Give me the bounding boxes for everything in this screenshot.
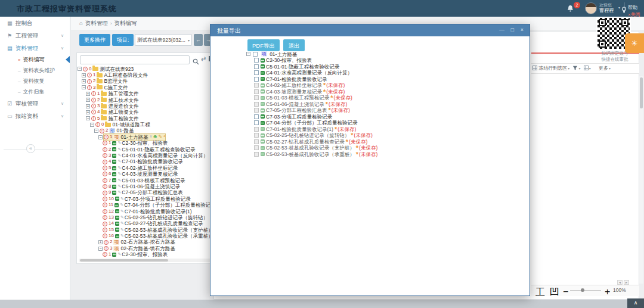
expand-toggle-icon[interactable]: + <box>82 79 86 83</box>
caret-icon[interactable]: ▾ <box>568 67 569 70</box>
collapse-toggle-icon[interactable]: − <box>246 52 250 56</box>
tree-search-input[interactable] <box>80 55 190 64</box>
collapse-toggle-icon[interactable]: − <box>82 85 86 89</box>
tree-node[interactable]: +!1施工管理文件 <box>78 91 211 97</box>
sidebar-subitem-资料表头维护[interactable]: ‒资料表头维护 <box>0 65 70 76</box>
flower-icon[interactable]: * <box>163 134 165 140</box>
item-checkbox[interactable] <box>254 120 259 125</box>
sidebar-item-报站资料[interactable]: ▭报站资料∨ <box>0 110 70 122</box>
tree-node[interactable]: +!3进度造价文件 <box>78 102 211 108</box>
project-select[interactable]: ▾测试在线表923(032... <box>135 34 192 46</box>
sidebar-subitem-文件归集[interactable]: ‒文件归集 <box>0 86 70 97</box>
refresh-icon[interactable]: ⇄ <box>201 55 206 62</box>
settings-gear-button[interactable]: ✳ <box>625 33 644 53</box>
tree-node[interactable]: !7✎C5-01-03-模板工程预检记录 <box>78 177 211 183</box>
export-tree-item[interactable]: C4-03-坡度测量复核记录*(未保存) <box>246 88 521 95</box>
scroll-to-top-button[interactable]: ∧ <box>627 298 644 308</box>
more-actions-button[interactable]: 更多操作 <box>79 34 110 46</box>
minimize-icon[interactable]: — <box>499 27 504 33</box>
item-checkbox[interactable] <box>254 152 259 157</box>
root-checkbox[interactable] <box>253 52 258 57</box>
page-layout-icon[interactable]: 工 <box>535 287 545 299</box>
add-icon[interactable]: ⊕ <box>153 134 157 140</box>
caret-icon[interactable]: ▾ <box>589 67 591 70</box>
tree-node[interactable]: −!1项01-土方路基↑⊕✎* <box>78 133 211 139</box>
export-tree-item[interactable]: C5-02-25-钻孔桩钻进记录（旋转钻）*(未保存) <box>246 132 521 139</box>
item-checkbox[interactable] <box>254 114 259 119</box>
tree-node[interactable]: −!2部01-路基 <box>78 127 211 133</box>
caret-icon[interactable]: ▾ <box>578 67 580 70</box>
collapse-toggle-icon[interactable]: − <box>98 247 103 251</box>
edit-icon[interactable]: ✎ <box>158 134 162 140</box>
tree-node[interactable]: !11✎C7-04-分部（子分部）工程质量检验记录 <box>78 202 211 208</box>
export-tree-item[interactable]: C7-01-检验批质量验收记录(1)*(未保存) <box>246 126 521 132</box>
export-tree-item[interactable]: C2-30-报审、报验表 <box>246 57 521 64</box>
item-checkbox[interactable] <box>254 102 259 107</box>
sidebar-subitem-资料编写[interactable]: »资料编写 <box>0 54 70 65</box>
zoom-slider[interactable] <box>570 290 601 291</box>
help-link[interactable]: 帮助 <box>628 4 637 11</box>
collapse-toggle-icon[interactable]: − <box>86 116 90 120</box>
exit-button[interactable]: 退出 <box>283 39 305 51</box>
item-checkbox[interactable] <box>254 145 259 150</box>
item-checkbox[interactable] <box>254 139 259 144</box>
export-tree-item[interactable]: C5-01-03-模板工程预检记录*(未保存) <box>246 95 521 101</box>
sidebar-collapse-button[interactable]: « <box>26 144 35 153</box>
tree-node[interactable]: !12✎C7-01-检验批质量验收记录(1) <box>78 208 211 214</box>
sidebar-subitem-资料恢复[interactable]: ‒资料恢复 <box>0 76 70 86</box>
collapse-toggle-icon[interactable]: − <box>94 129 98 133</box>
export-tree-item[interactable]: C5-01-06-混凝土浇筑记录*(未保存) <box>246 101 521 107</box>
scroll-right-icon[interactable]: ▸ <box>624 280 629 285</box>
tree-node[interactable]: !8✎C5-01-06-混凝土浇筑记录 <box>78 183 211 189</box>
expand-toggle-icon[interactable]: + <box>86 110 90 114</box>
item-checkbox[interactable] <box>254 89 259 94</box>
user-caret-icon[interactable]: ▾ <box>618 5 620 10</box>
export-tree-item[interactable]: C7-03-分项工程质量检验记录 <box>246 113 521 120</box>
collapse-toggle-icon[interactable]: − <box>98 135 103 139</box>
zoom-in-icon[interactable]: + <box>605 287 610 297</box>
export-tree-root[interactable]: − 项 01-土方路基 <box>246 51 521 57</box>
tree-node[interactable]: −!3C施工文件 <box>78 84 211 90</box>
item-checkbox[interactable] <box>254 77 259 82</box>
item-checkbox[interactable] <box>254 127 259 132</box>
tree-node[interactable]: !2✎C5-01-01-隐蔽工程检查验收记录 <box>78 146 211 152</box>
pdf-export-button[interactable]: PDF导出 <box>247 39 280 51</box>
maximize-icon[interactable]: □ <box>511 27 514 33</box>
export-tree-item[interactable]: C5-02-53-桩基成孔验收记录（支护桩）*(未保存) <box>246 145 521 151</box>
prev-arrow-button[interactable]: ← <box>194 34 203 46</box>
page-break-icon[interactable]: 凹 <box>550 287 559 299</box>
expand-toggle-icon[interactable]: + <box>82 73 86 77</box>
tree-node[interactable]: !6✎C4-03-坡度测量复核记录 <box>78 171 211 177</box>
sidebar-item-资料管理[interactable]: ▤资料管理∨ <box>0 42 70 54</box>
tree-node[interactable]: +!2施工技术文件 <box>78 97 211 102</box>
user-menu[interactable]: 欢迎您 曹程程 <box>599 2 614 13</box>
tree-node[interactable]: +!2B监理文件 <box>78 78 211 84</box>
tree-node[interactable]: !5✎C4-02-施工放样坐标记录 <box>78 164 211 170</box>
scroll-left-icon[interactable]: ◂ <box>617 280 623 285</box>
tree-node[interactable]: −!0测试在线表923 <box>78 66 211 71</box>
export-tree-item[interactable]: C7-04-分部（子分部）工程质量检验记录 <box>246 120 521 126</box>
zoom-out-icon[interactable]: − <box>563 287 568 297</box>
export-tree-item[interactable]: C5-01-01-隐蔽工程检查验收记录 <box>246 63 521 70</box>
tree-node[interactable]: !13✎C5-02-25-钻孔桩钻进记录（旋转钻） <box>78 214 211 220</box>
tree-node[interactable]: !16✎C5-02-53-桩基成孔验收记录（承重桩） <box>78 233 211 239</box>
tree-node[interactable]: +!4施工物资文件 <box>78 109 211 115</box>
sidebar-item-审核管理[interactable]: ☑审核管理∨ <box>0 97 70 110</box>
breadcrumb-section[interactable]: 资料管理 <box>85 20 108 26</box>
tree-node[interactable]: !15✎C5-02-53-桩基成孔验收记录（支护桩） <box>78 226 211 232</box>
expand-toggle-icon[interactable]: + <box>98 240 103 244</box>
upload-icon[interactable]: ↑ <box>150 134 152 140</box>
tree-node[interactable]: !14✎C5-02-27-钻孔桩成孔质量检查记录 <box>78 220 211 226</box>
collapse-toggle-icon[interactable]: − <box>78 67 82 71</box>
collapse-toggle-icon[interactable]: − <box>90 123 94 127</box>
expand-toggle-icon[interactable]: + <box>86 92 90 96</box>
sidebar-item-工程管理[interactable]: ⚑工程管理∨ <box>0 29 70 42</box>
item-checkbox[interactable] <box>254 58 259 63</box>
filter-icon[interactable] <box>572 66 578 71</box>
tree-node[interactable]: !9✎C7-05-分部工程检验汇总表 <box>78 189 211 195</box>
tree-node[interactable]: !10✎C7-03-分项工程质量检验记录 <box>78 195 211 201</box>
export-tree-item[interactable]: C5-02-27-钻孔桩成孔质量检查记录*(未保存) <box>246 138 521 145</box>
tree-node[interactable]: +!1A工程准备阶段文件 <box>78 71 211 77</box>
sidebar-item-控制台[interactable]: ▦控制台 <box>0 17 70 29</box>
item-checkbox[interactable] <box>254 70 259 75</box>
